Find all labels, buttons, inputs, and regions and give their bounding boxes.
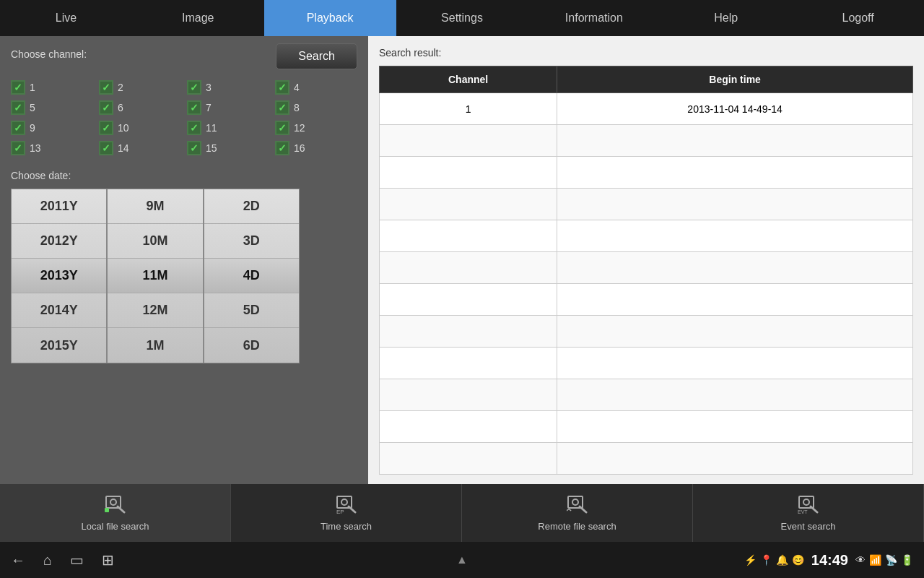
channel-8[interactable]: 8 xyxy=(275,100,357,115)
channel-5[interactable]: 5 xyxy=(11,100,93,115)
table-row[interactable] xyxy=(380,220,913,252)
channel-4[interactable]: 4 xyxy=(275,80,357,95)
channel-12[interactable]: 12 xyxy=(275,121,357,135)
day-4[interactable]: 4D xyxy=(204,259,299,293)
channel-2[interactable]: 2 xyxy=(99,80,181,95)
channel-16-checkbox[interactable] xyxy=(275,141,289,155)
tab-local-file-search[interactable]: Local file search xyxy=(0,484,231,542)
channel-15[interactable]: 15 xyxy=(187,141,269,155)
nav-help[interactable]: Help xyxy=(660,0,792,36)
channel-8-checkbox[interactable] xyxy=(275,100,289,115)
day-6[interactable]: 6D xyxy=(204,328,299,363)
month-11[interactable]: 11M xyxy=(108,259,202,293)
channel-9-checkbox[interactable] xyxy=(11,121,25,135)
top-navigation: Live Image Playback Settings Information… xyxy=(0,0,924,36)
table-row[interactable] xyxy=(380,379,913,411)
channel-1[interactable]: 1 xyxy=(11,80,93,95)
month-12[interactable]: 12M xyxy=(108,293,202,328)
year-2012[interactable]: 2012Y xyxy=(12,224,106,259)
tab-local-file-search-label: Local file search xyxy=(82,521,149,532)
channel-6[interactable]: 6 xyxy=(99,100,181,115)
day-5[interactable]: 5D xyxy=(204,293,299,328)
day-2[interactable]: 2D xyxy=(204,189,299,224)
channel-13[interactable]: 13 xyxy=(11,141,93,155)
nav-playback[interactable]: Playback xyxy=(264,0,396,36)
channel-2-checkbox[interactable] xyxy=(99,80,113,95)
svg-text:EVT: EVT xyxy=(798,509,808,514)
channel-11[interactable]: 11 xyxy=(187,121,269,135)
channel-3-label: 3 xyxy=(206,82,212,93)
cell-channel: 1 xyxy=(380,93,557,125)
channel-12-checkbox[interactable] xyxy=(275,121,289,135)
table-row[interactable] xyxy=(380,157,913,189)
day-picker[interactable]: 2D 3D 4D 5D 6D xyxy=(204,189,300,363)
table-row[interactable] xyxy=(380,189,913,220)
channel-1-checkbox[interactable] xyxy=(11,80,25,95)
channel-3-checkbox[interactable] xyxy=(187,80,201,95)
cell-begin-time xyxy=(557,252,913,284)
table-row[interactable] xyxy=(380,348,913,379)
channel-4-checkbox[interactable] xyxy=(275,80,289,95)
channel-16[interactable]: 16 xyxy=(275,141,357,155)
channel-13-checkbox[interactable] xyxy=(11,141,25,155)
system-time: 14:49 xyxy=(811,552,848,569)
year-2013[interactable]: 2013Y xyxy=(12,259,106,293)
cell-begin-time xyxy=(557,189,913,220)
tab-event-search[interactable]: EVT Event search xyxy=(693,484,924,542)
tab-remote-file-search[interactable]: Remote file search xyxy=(462,484,693,542)
tab-time-search[interactable]: EP Time search xyxy=(231,484,462,542)
nav-settings[interactable]: Settings xyxy=(396,0,528,36)
system-nav-icons: ← ⌂ ▭ ⊞ xyxy=(11,551,114,569)
table-row[interactable] xyxy=(380,316,913,348)
chevron-up-icon[interactable]: ▲ xyxy=(456,553,468,566)
channel-14[interactable]: 14 xyxy=(99,141,181,155)
channel-7[interactable]: 7 xyxy=(187,100,269,115)
channel-9[interactable]: 9 xyxy=(11,121,93,135)
month-9[interactable]: 9M xyxy=(108,189,202,224)
nav-information[interactable]: Information xyxy=(528,0,660,36)
day-3[interactable]: 3D xyxy=(204,224,299,259)
table-row[interactable] xyxy=(380,284,913,316)
year-2011[interactable]: 2011Y xyxy=(12,189,106,224)
status-icons: ⚡ 📍 🔔 😊 xyxy=(744,554,804,566)
eye-icon: 👁 xyxy=(855,554,866,566)
date-picker: 2011Y 2012Y 2013Y 2014Y 2015Y 9M 10M 11M… xyxy=(11,189,300,363)
channel-7-checkbox[interactable] xyxy=(187,100,201,115)
channel-13-label: 13 xyxy=(30,142,41,154)
year-2015[interactable]: 2015Y xyxy=(12,328,106,363)
left-panel: Choose channel: Search 1 2 3 4 5 xyxy=(0,36,368,484)
channel-8-label: 8 xyxy=(294,102,300,113)
result-table: Channel Begin time 12013-11-04 14-49-14 xyxy=(379,66,913,475)
table-row[interactable]: 12013-11-04 14-49-14 xyxy=(380,93,913,125)
nav-live[interactable]: Live xyxy=(0,0,132,36)
year-picker[interactable]: 2011Y 2012Y 2013Y 2014Y 2015Y xyxy=(11,189,107,363)
month-picker[interactable]: 9M 10M 11M 12M 1M xyxy=(107,189,203,363)
battery-icon: 🔋 xyxy=(901,554,913,566)
qr-icon[interactable]: ⊞ xyxy=(102,551,114,569)
cell-begin-time xyxy=(557,443,913,475)
nav-image[interactable]: Image xyxy=(132,0,264,36)
channel-3[interactable]: 3 xyxy=(187,80,269,95)
channel-10[interactable]: 10 xyxy=(99,121,181,135)
table-row[interactable] xyxy=(380,411,913,443)
channel-5-checkbox[interactable] xyxy=(11,100,25,115)
year-2014[interactable]: 2014Y xyxy=(12,293,106,328)
usb-icon: ⚡ xyxy=(744,554,757,566)
back-icon[interactable]: ← xyxy=(11,552,25,569)
nav-logoff[interactable]: Logoff xyxy=(792,0,924,36)
table-row[interactable] xyxy=(380,125,913,157)
channel-11-checkbox[interactable] xyxy=(187,121,201,135)
channel-14-checkbox[interactable] xyxy=(99,141,113,155)
home-icon[interactable]: ⌂ xyxy=(43,552,52,569)
table-row[interactable] xyxy=(380,252,913,284)
local-file-search-icon xyxy=(105,495,126,518)
search-button[interactable]: Search xyxy=(276,43,357,69)
month-1[interactable]: 1M xyxy=(108,328,202,363)
recents-icon[interactable]: ▭ xyxy=(70,551,84,569)
table-row[interactable] xyxy=(380,443,913,475)
channel-6-checkbox[interactable] xyxy=(99,100,113,115)
channel-15-checkbox[interactable] xyxy=(187,141,201,155)
month-10[interactable]: 10M xyxy=(108,224,202,259)
channel-10-checkbox[interactable] xyxy=(99,121,113,135)
cell-channel xyxy=(380,252,557,284)
